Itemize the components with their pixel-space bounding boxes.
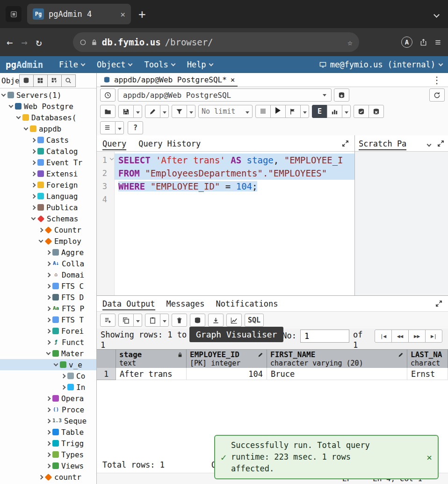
help-button[interactable]: ?: [128, 121, 143, 134]
chevron-right-icon[interactable]: [31, 205, 36, 210]
back-button[interactable]: ←: [7, 37, 13, 48]
chevron-right-icon[interactable]: [31, 194, 36, 198]
tree-item-web-postgre[interactable]: Web Postgre: [0, 101, 96, 112]
tree-item-fts-t[interactable]: FTS T: [0, 314, 96, 325]
graph-visualiser-button[interactable]: [226, 314, 242, 327]
table-cell[interactable]: Ernst: [407, 368, 448, 380]
save-button[interactable]: [118, 105, 134, 118]
menu-hamburger-icon[interactable]: [434, 39, 441, 46]
reload-button[interactable]: ↻: [36, 37, 42, 48]
tab-query-history[interactable]: Query History: [138, 137, 201, 150]
url-bar[interactable]: db.fymio.us/browser/ ☆: [73, 32, 359, 52]
scratch-menu-button[interactable]: [427, 139, 431, 148]
tree-item-event-tr[interactable]: Event Tr: [0, 157, 96, 168]
tree-item-extensi[interactable]: Extensi: [0, 168, 96, 179]
search-objects-button[interactable]: [61, 74, 76, 87]
privacy-badge-icon[interactable]: [79, 39, 87, 46]
tree-item-co[interactable]: Co: [0, 370, 96, 381]
account-menu[interactable]: me@fymio.us (internal): [319, 60, 442, 69]
tree-item-views[interactable]: Views: [0, 460, 96, 471]
tree-item-funct[interactable]: ƒFunct: [0, 337, 96, 348]
tab-overview-button[interactable]: [6, 6, 22, 22]
chevron-right-icon[interactable]: [31, 138, 36, 142]
connection-select[interactable]: appdb/app@Web PostgreSQL: [118, 88, 332, 102]
chevron-right-icon[interactable]: [46, 340, 51, 345]
tab-notifications[interactable]: Notifications: [216, 297, 278, 310]
tree-item-fts-d[interactable]: FTS D: [0, 292, 96, 303]
chevron-down-icon[interactable]: [9, 103, 14, 108]
commit-button[interactable]: [354, 105, 369, 118]
tree-item-domai[interactable]: ⌂Domai: [0, 269, 96, 280]
tree-item-databases[interactable]: Databases(: [0, 112, 96, 123]
delete-row-button[interactable]: [172, 314, 187, 327]
macro-button[interactable]: [100, 121, 116, 134]
chevron-right-icon[interactable]: [46, 317, 51, 322]
tab-query[interactable]: Query: [102, 137, 126, 150]
row-number[interactable]: 1: [97, 368, 116, 380]
scratch-body[interactable]: [355, 152, 448, 295]
bookmark-star-icon[interactable]: ☆: [347, 37, 353, 47]
tree-item-languag[interactable]: Languag: [0, 191, 96, 202]
filter-view-button[interactable]: [47, 74, 62, 87]
chevron-right-icon[interactable]: [46, 250, 51, 255]
tree-item-fts-p[interactable]: AaFTS P: [0, 303, 96, 314]
tree-item-fts-c[interactable]: FTS C: [0, 280, 96, 292]
chevron-down-icon[interactable]: [24, 126, 29, 131]
editor-code[interactable]: SELECT 'After trans' AS stage, "EMPLOYEE…: [115, 152, 354, 295]
table-row[interactable]: 1After trans104BruceErnst: [97, 368, 448, 380]
paste-button[interactable]: [145, 314, 160, 327]
tab-close-icon[interactable]: ×: [120, 9, 125, 19]
chevron-right-icon[interactable]: [31, 183, 36, 187]
explain-button[interactable]: E: [312, 105, 327, 118]
chevron-right-icon[interactable]: [46, 430, 51, 434]
last-page-button[interactable]: ▶|: [425, 330, 442, 343]
chevron-down-icon[interactable]: [16, 115, 21, 119]
tree-item-colla[interactable]: A↓Colla: [0, 258, 96, 269]
querytool-tab-close-icon[interactable]: ×: [231, 75, 235, 84]
column-header-stage[interactable]: stagetext: [116, 350, 187, 368]
chevron-right-icon[interactable]: [31, 171, 36, 176]
maximize-editor-button[interactable]: [342, 140, 349, 147]
save-data-button[interactable]: [190, 314, 205, 327]
tree-item-v-e[interactable]: v_e: [0, 359, 96, 370]
chevron-right-icon[interactable]: [46, 329, 51, 333]
table-cell[interactable]: 104: [187, 368, 267, 380]
column-header-first-name[interactable]: FIRST_NAMEcharacter varying (20): [267, 350, 407, 368]
tree-item-publica[interactable]: Publica: [0, 202, 96, 213]
tab-messages[interactable]: Messages: [166, 297, 205, 310]
tree-item-seque[interactable]: 1.3Seque: [0, 415, 96, 426]
maximize-output-button[interactable]: [435, 300, 442, 307]
paste-menu-button[interactable]: [160, 314, 169, 327]
open-file-button[interactable]: [100, 105, 116, 118]
explain-menu-button[interactable]: [342, 105, 351, 118]
filter-menu-button[interactable]: [187, 105, 195, 118]
tree-item-aggre[interactable]: Aggre: [0, 247, 96, 258]
tree-item-employ[interactable]: Employ: [0, 235, 96, 247]
connection-history-button[interactable]: [100, 88, 116, 102]
chevron-right-icon[interactable]: [46, 463, 51, 468]
stop-button[interactable]: [255, 105, 271, 118]
execute-menu-button[interactable]: [300, 105, 309, 118]
tree-item-trigg[interactable]: Trigg: [0, 438, 96, 449]
tree-item-catalog[interactable]: Catalog: [0, 146, 96, 157]
chevron-down-icon[interactable]: [39, 238, 43, 243]
execute-script-button[interactable]: [285, 105, 301, 118]
chevron-right-icon[interactable]: [46, 272, 51, 277]
extension-badge[interactable]: A: [401, 37, 412, 48]
tab-data-output[interactable]: Data Output: [102, 297, 155, 310]
tree-item-in[interactable]: In: [0, 381, 96, 393]
tree-item-appdb[interactable]: appdb: [0, 123, 96, 134]
chevron-down-icon[interactable]: [1, 92, 6, 97]
code-line[interactable]: [115, 193, 354, 206]
column-header-employee-id[interactable]: EMPLOYEE_ID[PK] integer: [187, 350, 267, 368]
menu-tools[interactable]: Tools: [144, 60, 174, 69]
table-cell[interactable]: Bruce: [267, 368, 407, 380]
page-number-input[interactable]: [300, 330, 349, 343]
tree-item-table[interactable]: Table: [0, 426, 96, 438]
chevron-right-icon[interactable]: [46, 295, 51, 300]
fold-icon[interactable]: [110, 156, 114, 160]
menu-object[interactable]: Object: [97, 60, 132, 69]
chevron-right-icon[interactable]: [46, 452, 51, 457]
prev-page-button[interactable]: ◀◀: [391, 330, 409, 343]
chevron-down-icon[interactable]: [54, 362, 58, 367]
